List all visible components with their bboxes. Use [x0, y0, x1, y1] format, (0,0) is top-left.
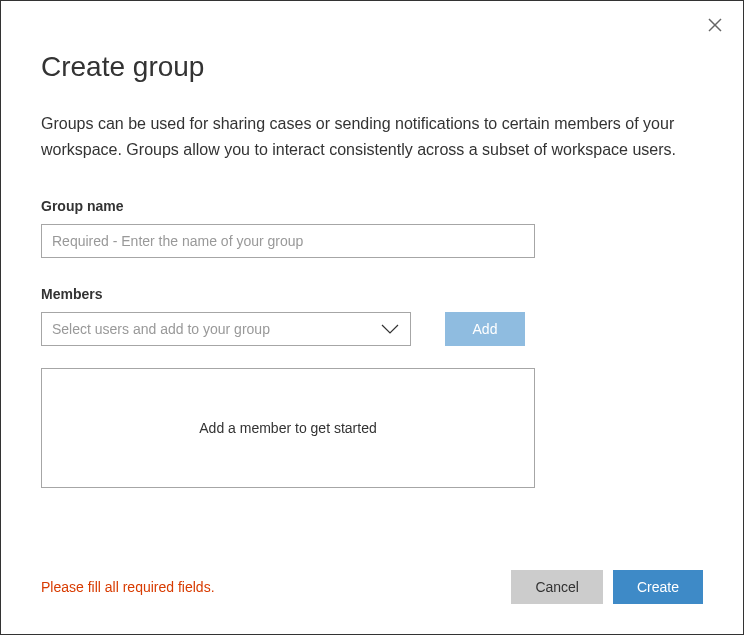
group-name-label: Group name — [41, 198, 703, 214]
members-label: Members — [41, 286, 703, 302]
footer-buttons: Cancel Create — [511, 570, 703, 604]
dialog-description: Groups can be used for sharing cases or … — [41, 111, 703, 162]
dialog-title: Create group — [41, 51, 703, 83]
close-icon — [708, 18, 722, 32]
members-dropdown-placeholder: Select users and add to your group — [52, 321, 270, 337]
members-dropdown[interactable]: Select users and add to your group — [41, 312, 411, 346]
chevron-down-icon — [380, 323, 400, 335]
error-message: Please fill all required fields. — [41, 579, 215, 595]
members-empty-state: Add a member to get started — [41, 368, 535, 488]
dialog-footer: Please fill all required fields. Cancel … — [41, 550, 703, 604]
members-field-group: Members Select users and add to your gro… — [41, 286, 703, 488]
members-empty-text: Add a member to get started — [199, 420, 376, 436]
group-name-input[interactable] — [41, 224, 535, 258]
group-name-field-group: Group name — [41, 198, 703, 258]
create-group-dialog: Create group Groups can be used for shar… — [1, 1, 743, 634]
add-member-button[interactable]: Add — [445, 312, 525, 346]
close-button[interactable] — [703, 13, 727, 37]
members-row: Select users and add to your group Add — [41, 312, 703, 346]
create-button[interactable]: Create — [613, 570, 703, 604]
cancel-button[interactable]: Cancel — [511, 570, 603, 604]
